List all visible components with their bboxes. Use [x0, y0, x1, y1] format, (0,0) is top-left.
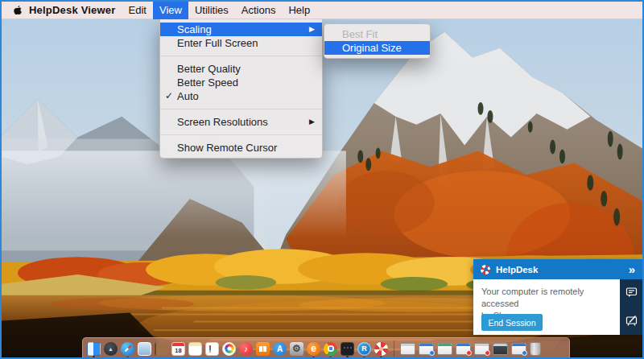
open-book-icon — [259, 346, 266, 352]
helpdesk-widget-header: HelpDesk » — [473, 259, 642, 279]
compass-needle-icon — [124, 345, 130, 352]
app-menu-title[interactable]: HelpDesk Viewer — [29, 4, 116, 16]
dock-icon-finder[interactable] — [87, 342, 101, 356]
dock-minimized-window[interactable] — [511, 343, 526, 355]
menu-bar: HelpDesk Viewer Edit View Utilities Acti… — [2, 2, 642, 19]
menu-item-better-speed[interactable]: Better Speed — [160, 76, 322, 89]
dock-icon-mail[interactable] — [138, 342, 151, 356]
chrome-hub-icon — [328, 345, 334, 352]
end-session-button[interactable]: End Session — [481, 314, 543, 331]
dock-icon-app-store[interactable]: A — [273, 342, 287, 356]
menu-edit[interactable]: Edit — [122, 2, 153, 19]
badge-icon — [485, 350, 490, 356]
dock-icon-e-browser[interactable]: e — [307, 342, 320, 356]
dock-icon-calendar[interactable]: 18 — [171, 342, 185, 356]
view-menu-dropdown: Scaling ▶ Enter Full Screen Better Quali… — [159, 19, 323, 159]
menu-actions[interactable]: Actions — [235, 2, 283, 19]
dock-icon-photos[interactable] — [222, 342, 236, 356]
dock-minimized-window[interactable] — [400, 343, 415, 355]
menu-item-scaling[interactable]: Scaling ▶ — [160, 23, 322, 36]
badge-icon — [522, 350, 527, 356]
dock-minimized-window[interactable] — [437, 343, 452, 355]
dock-icon-music[interactable]: ♪ — [239, 342, 253, 356]
menu-item-enter-full-screen[interactable]: Enter Full Screen — [160, 36, 322, 50]
submenu-arrow-icon: ▶ — [309, 23, 315, 36]
menu-item-auto[interactable]: ✓ Auto — [160, 89, 322, 103]
menu-item-show-remote-cursor[interactable]: Show Remote Cursor — [160, 141, 322, 155]
submenu-item-original-size[interactable]: Original Size — [324, 41, 430, 55]
menu-item-screen-resolutions[interactable]: Screen Resolutions ▶ — [160, 115, 322, 129]
dock-icon-chrome[interactable] — [324, 342, 337, 356]
badge-icon — [429, 350, 435, 356]
dock-icon-contacts[interactable] — [155, 342, 168, 356]
collapse-chevrons-icon[interactable]: » — [629, 263, 635, 275]
helpdesk-logo-icon — [481, 265, 490, 274]
dock-icon-terminal[interactable] — [341, 342, 354, 356]
apple-menu[interactable] — [12, 5, 23, 16]
dock-icon-system-preferences[interactable]: ⚙ — [290, 342, 303, 356]
dock-minimized-window[interactable] — [493, 343, 508, 355]
checkmark-icon: ✓ — [165, 89, 173, 103]
dock-icon-books[interactable] — [256, 342, 270, 356]
dock-icon-remote-access[interactable]: R — [357, 342, 371, 356]
dock: ▲ 18 ♪ A ⚙ e R — [82, 337, 570, 359]
helpdesk-widget-sidebar — [620, 279, 642, 335]
menu-separator — [160, 134, 322, 135]
menu-utilities[interactable]: Utilities — [188, 2, 235, 19]
apple-logo-icon — [13, 5, 23, 16]
menu-view[interactable]: View — [153, 2, 188, 19]
menu-help[interactable]: Help — [282, 2, 316, 19]
photos-pinwheel-icon — [225, 344, 234, 353]
dock-minimized-window[interactable] — [474, 343, 489, 355]
dock-icon-safari[interactable] — [121, 342, 134, 356]
dock-icon-helpdesk[interactable] — [374, 342, 388, 356]
submenu-arrow-icon: ▶ — [309, 115, 315, 129]
dock-separator — [394, 340, 394, 357]
helpdesk-widget-title: HelpDesk — [496, 265, 538, 274]
reminders-dots-icon — [208, 345, 216, 353]
dock-icon-notes[interactable] — [188, 342, 202, 356]
remote-viewer-window: HelpDesk Viewer Edit View Utilities Acti… — [0, 0, 644, 359]
chat-icon[interactable] — [625, 287, 638, 299]
dock-icon-launchpad[interactable]: ▲ — [104, 342, 118, 356]
menu-separator — [160, 109, 322, 109]
helpdesk-widget-body: Your computer is remotely accessed by Sh… — [473, 279, 620, 335]
badge-icon — [466, 350, 472, 356]
dock-minimized-window[interactable] — [419, 343, 434, 355]
submenu-item-best-fit: Best Fit — [324, 27, 430, 41]
dock-icon-trash[interactable] — [530, 342, 541, 356]
scaling-submenu: Best Fit Original Size — [324, 23, 431, 59]
dock-icon-reminders[interactable] — [205, 342, 219, 356]
annotate-whiteboard-icon[interactable] — [625, 315, 638, 327]
helpdesk-widget: HelpDesk » Your computer is remotely acc… — [473, 259, 642, 335]
menu-item-better-quality[interactable]: Better Quality — [160, 62, 322, 76]
remote-access-message-line1: Your computer is remotely accessed — [481, 286, 613, 310]
menu-separator — [160, 56, 322, 56]
dock-minimized-window[interactable] — [456, 343, 471, 355]
